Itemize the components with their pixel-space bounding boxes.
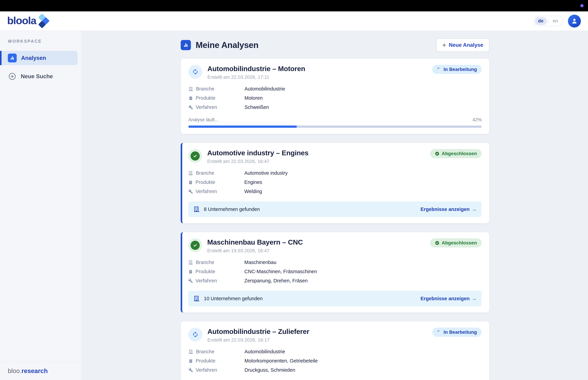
- status-badge: In Bearbeitung: [432, 65, 482, 74]
- sidebar-item-label: Neue Suche: [21, 73, 53, 80]
- show-results-link[interactable]: Ergebnisse anzeigen →: [421, 296, 477, 302]
- new-analysis-button[interactable]: + Neue Analyse: [436, 38, 489, 52]
- package-icon: [188, 180, 193, 185]
- produkte-value: CNC-Maschinen, Fräsmaschinen: [244, 269, 317, 274]
- progress-section: Analyse läuft... 42%: [188, 117, 482, 128]
- logo-wordmark: bloola: [7, 15, 36, 26]
- detail-row-verfahren: Verfahren Zerspanung, Drehen, Fräsen: [188, 278, 482, 284]
- detail-row-produkte: Produkte Motorkomponenten, Getriebeteile: [188, 358, 482, 364]
- user-avatar-button[interactable]: [568, 15, 581, 28]
- sync-icon: [188, 328, 202, 342]
- detail-row-produkte: Produkte CNC-Maschinen, Fräsmaschinen: [188, 269, 482, 274]
- branche-value: Maschinenbau: [244, 260, 276, 265]
- companies-found-text: 8 Unternehmen gefunden: [204, 207, 260, 212]
- analysis-card: Automotive industry – Engines Erstellt a…: [181, 143, 489, 223]
- package-icon: [188, 96, 193, 100]
- sidebar: WORKSPACE Analysen Neue Suche bloo.resea…: [0, 31, 82, 380]
- card-created-date: Erstellt am 19.03.2026, 16:47: [207, 248, 303, 253]
- building-icon: [193, 295, 200, 302]
- wrench-icon: [188, 368, 193, 373]
- branche-value: Automotive industry: [244, 170, 288, 176]
- detail-row-produkte: Produkte Motoren: [188, 95, 482, 101]
- progress-label: Analyse läuft...: [188, 117, 218, 122]
- sidebar-item-analysen[interactable]: Analysen: [0, 51, 77, 65]
- detail-row-branche: Branche Automotive industry: [188, 170, 482, 176]
- detail-row-branche: Branche Automobilindustrie: [188, 86, 482, 92]
- analysis-card: Automobilindustrie – Zulieferer Erstellt…: [181, 321, 489, 380]
- verfahren-value: Druckguss, Schmieden: [245, 367, 295, 373]
- card-title: Automobilindustrie – Motoren: [208, 65, 305, 73]
- card-created-date: Erstellt am 22.03.2026, 17:11: [208, 75, 305, 80]
- sync-icon: [188, 65, 202, 79]
- package-icon: [188, 359, 193, 363]
- wrench-icon: [188, 189, 193, 194]
- check-circle-icon: [435, 152, 439, 156]
- lang-separator: |: [548, 18, 549, 24]
- plus-icon: +: [442, 42, 446, 48]
- system-top-bar: [0, 0, 588, 11]
- arrow-right-icon: →: [472, 296, 476, 302]
- branche-value: Automobilindustrie: [245, 349, 285, 355]
- lang-de-button[interactable]: de: [535, 17, 547, 25]
- check-circle-icon: [188, 238, 202, 252]
- wrench-icon: [188, 105, 193, 110]
- status-badge: Abgeschlossen: [430, 238, 482, 247]
- sidebar-item-label: Analysen: [21, 55, 46, 61]
- bar-chart-icon: [8, 54, 17, 62]
- detail-row-verfahren: Verfahren Druckguss, Schmieden: [188, 367, 482, 373]
- building-icon: [188, 86, 193, 92]
- verfahren-value: Zerspanung, Drehen, Fräsen: [244, 278, 308, 284]
- produkte-value: Motoren: [245, 95, 263, 101]
- lang-en-button[interactable]: en: [549, 17, 561, 25]
- card-created-date: Erstellt am 22.03.2026, 16:47: [207, 159, 308, 164]
- show-results-link[interactable]: Ergebnisse anzeigen →: [421, 207, 477, 212]
- companies-found-text: 10 Unternehmen gefunden: [204, 296, 263, 302]
- plus-circle-icon: [8, 72, 16, 80]
- building-icon: [188, 260, 193, 265]
- logo-diamonds-icon: [37, 15, 50, 27]
- card-created-date: Erstellt am 22.03.2026, 16:17: [208, 337, 309, 343]
- recording-dot: [580, 4, 584, 7]
- app-header: bloola de | en: [0, 11, 588, 31]
- detail-row-verfahren: Verfahren Schweißen: [188, 104, 482, 110]
- produkte-value: Engines: [244, 179, 262, 185]
- footer-logo-suffix: research: [21, 367, 48, 374]
- analysis-card: Maschinenbau Bayern – CNC Erstellt am 19…: [181, 232, 489, 313]
- progress-bar-fill: [188, 126, 297, 128]
- results-summary-row: 8 Unternehmen gefunden Ergebnisse anzeig…: [188, 201, 482, 217]
- building-icon: [188, 349, 193, 354]
- check-circle-icon: [435, 241, 439, 245]
- arrow-right-icon: →: [472, 207, 476, 212]
- card-title: Automobilindustrie – Zulieferer: [208, 328, 309, 336]
- produkte-value: Motorkomponenten, Getriebeteile: [245, 358, 318, 364]
- main-area: Meine Analysen + Neue Analyse Automobili…: [82, 31, 588, 380]
- detail-row-branche: Branche Automobilindustrie: [188, 349, 482, 355]
- detail-row-branche: Branche Maschinenbau: [188, 260, 482, 265]
- wrench-icon: [188, 278, 193, 283]
- progress-percent: 42%: [473, 117, 482, 122]
- spinner-arc-icon: [437, 67, 441, 72]
- sidebar-item-neue-suche[interactable]: Neue Suche: [0, 72, 82, 80]
- spinner-arc-icon: [437, 330, 441, 334]
- verfahren-value: Schweißen: [245, 104, 269, 110]
- results-summary-row: 10 Unternehmen gefunden Ergebnisse anzei…: [188, 291, 482, 306]
- workspace-section-label: WORKSPACE: [8, 39, 82, 44]
- status-badge: Abgeschlossen: [430, 149, 482, 158]
- bloola-logo[interactable]: bloola: [7, 15, 50, 27]
- branche-value: Automobilindustrie: [245, 86, 285, 92]
- check-circle-icon: [188, 149, 202, 163]
- verfahren-value: Welding: [244, 189, 262, 194]
- package-icon: [188, 269, 193, 274]
- card-title: Maschinenbau Bayern – CNC: [207, 238, 303, 246]
- detail-row-produkte: Produkte Engines: [188, 179, 482, 185]
- sidebar-footer-logo: bloo.research: [0, 362, 82, 380]
- page-header: Meine Analysen + Neue Analyse: [181, 38, 489, 52]
- card-title: Automotive industry – Engines: [207, 149, 308, 157]
- building-icon: [188, 171, 193, 176]
- progress-bar: [188, 126, 482, 128]
- page-title: Meine Analysen: [196, 40, 258, 50]
- status-badge: In Bearbeitung: [432, 328, 482, 337]
- language-toggle: de | en: [533, 16, 563, 26]
- analyses-title-icon: [181, 40, 191, 50]
- analysis-card: Automobilindustrie – Motoren Erstellt am…: [181, 58, 489, 134]
